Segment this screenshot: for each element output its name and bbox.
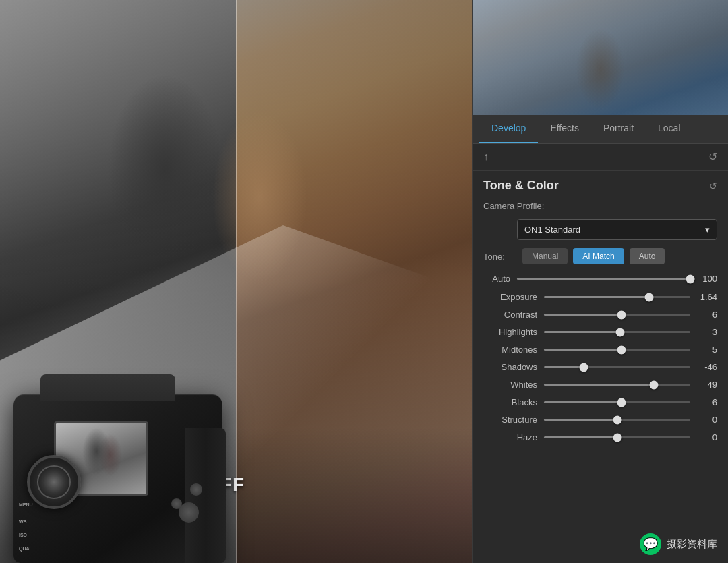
contrast-slider-track[interactable] — [544, 314, 690, 316]
auto-slider-thumb — [686, 274, 695, 283]
blacks-slider-track[interactable] — [544, 401, 690, 403]
tab-effects[interactable]: Effects — [538, 115, 591, 143]
midtones-value: 5 — [690, 345, 717, 355]
haze-value: 0 — [690, 432, 717, 442]
auto-slider-track[interactable] — [517, 278, 690, 280]
structure-label: Structure — [483, 415, 544, 425]
whites-label: Whites — [483, 380, 544, 390]
export-icon[interactable]: ↑ — [483, 151, 489, 163]
blacks-label: Blacks — [483, 397, 544, 407]
exposure-value: 1.64 — [690, 292, 717, 302]
midtones-label: Midtones — [483, 345, 544, 355]
structure-slider-track[interactable] — [544, 419, 690, 421]
tabs: Develop Effects Portrait Local — [473, 115, 728, 144]
wechat-icon: 💬 — [640, 533, 661, 555]
section-title: Tone & Color — [483, 179, 559, 193]
auto-slider-fill — [517, 278, 690, 280]
auto-slider-row: Auto 100 — [483, 274, 717, 284]
contrast-value: 6 — [690, 309, 717, 320]
chevron-down-icon: ▾ — [705, 225, 710, 235]
shadows-slider-track[interactable] — [544, 366, 690, 368]
highlights-label: Highlights — [483, 327, 544, 337]
wechat-channel-name: 摄影资料库 — [667, 538, 717, 551]
highlights-slider-track[interactable] — [544, 331, 690, 333]
tone-row: Tone: Manual AI Match Auto — [483, 248, 717, 264]
whites-slider-row: Whites 49 — [483, 380, 717, 390]
tone-color-section: Tone & Color ↺ Camera Profile: ON1 Stand… — [473, 171, 728, 458]
structure-value: 0 — [690, 415, 717, 425]
whites-value: 49 — [690, 380, 717, 390]
camera-profile-select-row: ON1 Standard ▾ — [483, 219, 717, 240]
top-preview — [473, 0, 728, 115]
panel-left-icons: ↑ — [483, 151, 489, 163]
panel-header: ↑ ↺ — [473, 144, 728, 171]
whites-slider-track[interactable] — [544, 384, 690, 386]
photo-area: ON OFF MENU WB ISO QUAL — [0, 0, 472, 563]
contrast-label: Contrast — [483, 309, 544, 320]
highlights-slider-row: Highlights 3 — [483, 327, 717, 337]
camera-profile-select[interactable]: ON1 Standard ▾ — [517, 219, 717, 240]
auto-slider-label: Auto — [483, 274, 517, 284]
camera-wb-label: WB — [19, 519, 27, 524]
highlights-value: 3 — [690, 327, 717, 337]
tone-manual-button[interactable]: Manual — [522, 248, 568, 264]
reset-all-icon[interactable]: ↺ — [708, 150, 717, 163]
camera-iso-label: ISO — [19, 533, 27, 537]
lens-inner — [37, 465, 71, 499]
tab-portrait[interactable]: Portrait — [591, 115, 646, 143]
camera-lens — [27, 455, 81, 509]
shadows-value: -46 — [690, 362, 717, 372]
tab-develop[interactable]: Develop — [479, 115, 538, 143]
blacks-value: 6 — [690, 397, 717, 407]
shadows-slider-row: Shadows -46 — [483, 362, 717, 372]
camera-qual-label: QUAL — [19, 546, 32, 551]
midtones-slider-row: Midtones 5 — [483, 345, 717, 355]
camera-profile-value: ON1 Standard — [524, 225, 580, 235]
structure-slider-row: Structure 0 — [483, 415, 717, 425]
preview-overlay — [473, 0, 728, 115]
camera-profile-label: Camera Profile: — [483, 201, 557, 211]
right-panel: Develop Effects Portrait Local ↑ ↺ Tone … — [472, 0, 728, 563]
contrast-slider-row: Contrast 6 — [483, 309, 717, 320]
photo-divider — [236, 0, 237, 563]
exposure-slider-row: Exposure 1.64 — [483, 292, 717, 302]
midtones-slider-track[interactable] — [544, 349, 690, 351]
section-header: Tone & Color ↺ — [483, 179, 717, 193]
exposure-label: Exposure — [483, 292, 544, 302]
tone-auto-button[interactable]: Auto — [630, 248, 665, 264]
camera-button-2 — [171, 498, 182, 509]
wechat-icon-symbol: 💬 — [643, 537, 658, 552]
blacks-slider-row: Blacks 6 — [483, 397, 717, 407]
camera-overlay: MENU WB ISO QUAL — [13, 374, 229, 563]
section-reset-icon[interactable]: ↺ — [709, 181, 717, 191]
exposure-slider-track[interactable] — [544, 296, 690, 298]
wechat-watermark: 💬 摄影资料库 — [640, 533, 717, 555]
haze-slider-track[interactable] — [544, 436, 690, 438]
camera-menu-label: MENU — [19, 502, 33, 507]
camera-body: MENU WB ISO QUAL — [13, 394, 222, 563]
tab-local[interactable]: Local — [646, 115, 692, 143]
tone-ai-match-button[interactable]: AI Match — [573, 248, 624, 264]
camera-button-1 — [190, 483, 202, 496]
haze-slider-row: Haze 0 — [483, 432, 717, 442]
haze-label: Haze — [483, 432, 544, 442]
shadows-label: Shadows — [483, 362, 544, 372]
camera-top — [40, 374, 175, 401]
camera-grip — [185, 428, 226, 563]
camera-profile-row: Camera Profile: — [483, 201, 717, 211]
tone-label: Tone: — [483, 251, 517, 262]
